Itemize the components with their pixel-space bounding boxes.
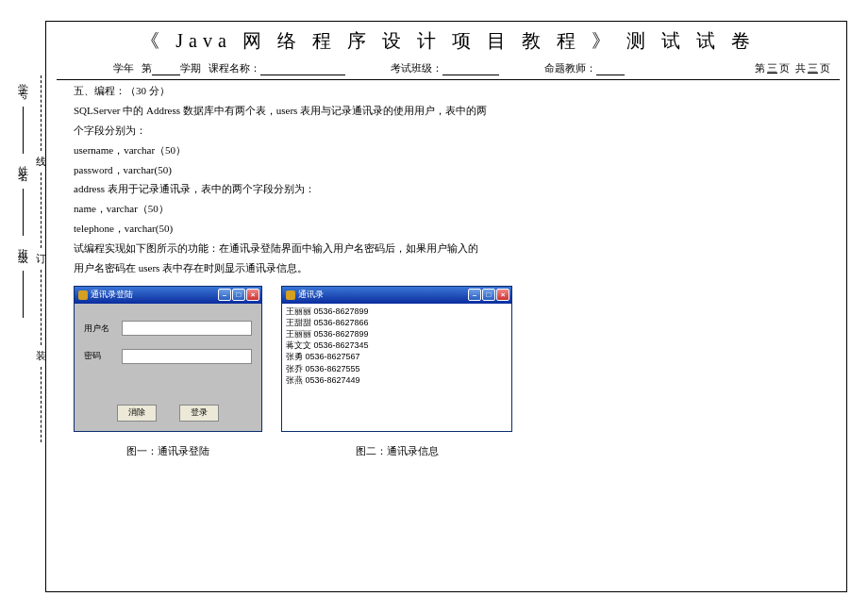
header: 《 Java 网 络 程 序 设 计 项 目 教 程 》 测 试 试 卷 学年 … <box>57 28 840 80</box>
button-row: 消除 登录 <box>84 405 252 422</box>
maximize-button[interactable]: □ <box>482 289 495 301</box>
content: 五、编程：（30 分） SQLServer 中的 Address 数据库中有两个… <box>74 81 830 461</box>
page-prefix: 第 <box>755 61 765 75</box>
class-blank <box>442 63 499 75</box>
titlebar-buttons: – □ × <box>468 289 509 301</box>
contact-row: 蒋文文 0536-8627345 <box>286 340 508 351</box>
binding-char-xian: 线 <box>36 155 46 169</box>
side-line <box>23 107 24 154</box>
teacher-blank <box>596 63 625 75</box>
binding-dash <box>41 367 42 442</box>
window-icon <box>286 290 295 300</box>
page-num: 三 <box>765 61 779 75</box>
close-button[interactable]: × <box>496 289 509 301</box>
close-button[interactable]: × <box>246 289 259 301</box>
figures: 通讯录登陆 – □ × 用户名 密码 <box>74 286 830 432</box>
window-icon <box>78 290 88 300</box>
side-label-class: 班级： <box>16 240 30 267</box>
side-label-xuehao: 学号： <box>16 75 30 103</box>
maximize-button[interactable]: □ <box>232 289 245 301</box>
caption-2: 图二：通讯录信息 <box>281 441 512 461</box>
titlebar-contacts: 通讯录 – □ × <box>282 287 511 304</box>
caption-1: 图一：通讯录登陆 <box>74 441 262 461</box>
field-1: username，varchar（50） <box>74 141 830 160</box>
row-password: 密码 <box>84 348 252 364</box>
para-2: 个字段分别为： <box>74 121 830 141</box>
term-suffix: 学期 <box>180 61 201 75</box>
binding-char-ding: 订 <box>36 252 46 266</box>
side-label-name: 姓名： <box>16 157 30 185</box>
contacts-body: 王丽丽 0536-8627899 王甜甜 0536-8627866 王丽丽 05… <box>282 304 511 431</box>
window-title-contacts: 通讯录 <box>298 287 324 303</box>
meta-row: 学年 第 学期 课程名称： 考试班级： 命题教师： 第 三 页 共 三 页 <box>57 61 840 80</box>
para-4: 试编程实现如下图所示的功能：在通讯录登陆界面中输入用户名密码后，如果用户输入的 <box>74 239 830 258</box>
meta-page: 第 三 页 共 三 页 <box>755 61 830 75</box>
binding-dash <box>41 75 42 151</box>
contact-row: 王丽丽 0536-8627899 <box>286 328 508 340</box>
page-total: 三 <box>806 61 820 75</box>
binding-dash <box>41 270 42 345</box>
contact-row: 张乔 0536-8627555 <box>286 363 508 374</box>
page-total-suffix: 页 <box>820 61 830 75</box>
meta-course: 课程名称： <box>209 61 345 75</box>
input-password[interactable] <box>122 349 252 364</box>
window-login: 通讯录登陆 – □ × 用户名 密码 <box>74 286 262 432</box>
input-username[interactable] <box>122 321 252 336</box>
contact-row: 王甜甜 0536-8627866 <box>286 317 508 328</box>
page-total-prefix: 共 <box>795 61 806 75</box>
course-blank <box>260 63 345 75</box>
minimize-button[interactable]: – <box>468 289 481 301</box>
figure-captions: 图一：通讯录登陆 图二：通讯录信息 <box>74 441 830 461</box>
binding-char-zhuang: 装 <box>36 349 46 363</box>
year-label: 学年 <box>113 61 134 75</box>
titlebar-left: 通讯录登陆 <box>78 287 133 303</box>
meta-teacher: 命题教师： <box>544 61 625 75</box>
login-body: 用户名 密码 消除 登录 <box>75 304 261 431</box>
titlebar-login: 通讯录登陆 – □ × <box>75 287 261 304</box>
row-username: 用户名 <box>84 321 252 337</box>
side-labels: 学号： 姓名： 班级： <box>8 75 38 322</box>
page-mid: 页 <box>779 61 790 75</box>
window-contacts: 通讯录 – □ × 王丽丽 0536-8627899 王甜甜 0536-8627… <box>281 286 512 432</box>
para-5: 用户名密码在 users 表中存在时则显示通讯录信息。 <box>74 258 830 278</box>
contact-row: 王丽丽 0536-8627899 <box>286 306 508 317</box>
meta-year: 学年 <box>113 61 134 75</box>
field-4: telephone，varchar(50) <box>74 219 830 239</box>
meta-class: 考试班级： <box>391 61 499 75</box>
term-blank <box>152 63 180 75</box>
field-3: name，varchar（50） <box>74 199 830 219</box>
page-title: 《 Java 网 络 程 序 设 计 项 目 教 程 》 测 试 试 卷 <box>57 28 840 54</box>
minimize-button[interactable]: – <box>218 289 231 301</box>
binding-marks: 线 订 装 <box>36 75 45 442</box>
contact-row: 张勇 0536-8627567 <box>286 351 508 362</box>
titlebar-buttons: – □ × <box>218 289 259 301</box>
term-prefix: 第 <box>142 61 152 75</box>
contact-row: 张燕 0536-8627449 <box>286 374 508 386</box>
para-3: address 表用于记录通讯录，表中的两个字段分别为： <box>74 179 830 199</box>
window-title-login: 通讯录登陆 <box>91 287 133 303</box>
field-2: password，varchar(50) <box>74 160 830 180</box>
para-1: SQLServer 中的 Address 数据库中有两个表，users 表用与记… <box>74 101 830 121</box>
meta-term: 第 学期 <box>142 61 201 75</box>
label-username: 用户名 <box>84 321 114 337</box>
question-title: 五、编程：（30 分） <box>74 81 830 101</box>
side-line <box>23 189 24 236</box>
clear-button[interactable]: 消除 <box>117 405 157 422</box>
side-line <box>23 271 24 318</box>
class-label: 考试班级： <box>391 61 442 75</box>
login-button[interactable]: 登录 <box>179 405 219 422</box>
titlebar-left: 通讯录 <box>286 287 324 303</box>
teacher-label: 命题教师： <box>544 61 596 75</box>
label-password: 密码 <box>84 348 114 364</box>
binding-dash <box>41 173 42 248</box>
course-label: 课程名称： <box>209 61 260 75</box>
